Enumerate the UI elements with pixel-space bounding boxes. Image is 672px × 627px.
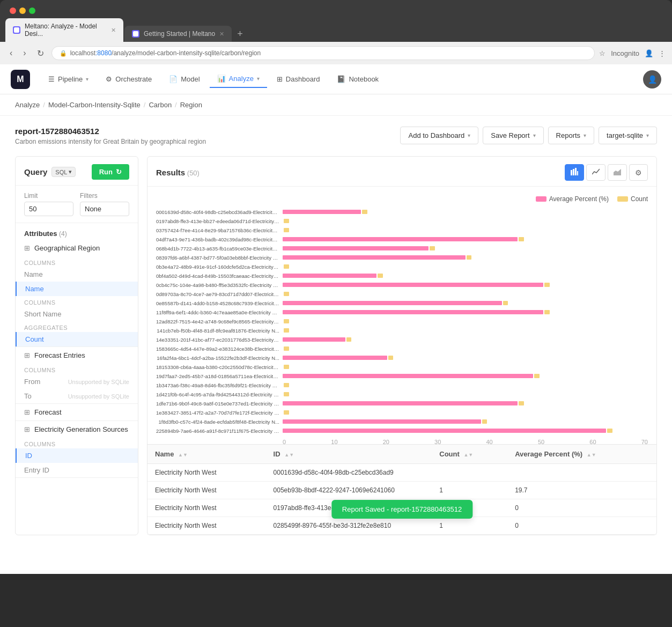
- yellow-bar: [284, 292, 289, 296]
- chart-body: 0001639d-d58c-40f4-98db-c25ebcd36ad9-Ele…: [156, 208, 648, 434]
- pink-bar: [283, 419, 481, 424]
- forward-button[interactable]: ›: [20, 47, 29, 59]
- address-bar[interactable]: 🔒 localhost:8080/analyze/model-carbon-in…: [51, 46, 595, 60]
- geo-region-columns-label: Columns: [16, 256, 138, 267]
- chart-row-label: 0001639d-d58c-40f4-98db-c25ebcd36ad9-Ele…: [156, 209, 279, 215]
- nav-item-pipeline[interactable]: ☰ Pipeline ▾: [41, 71, 96, 87]
- sort-icon-avg[interactable]: ▲▼: [587, 452, 596, 458]
- sort-icon-id[interactable]: ▲▼: [284, 452, 294, 458]
- forecast-header[interactable]: ⊞ Forecast: [16, 404, 138, 421]
- reports-button[interactable]: Reports ▾: [548, 127, 595, 144]
- forecast-entries-header[interactable]: ⊞ Forecast Entries: [16, 347, 138, 364]
- x-axis-label: 0: [283, 439, 286, 444]
- browser-chrome: Meltano: Analyze - Model Desi... ✕ Getti…: [0, 0, 672, 42]
- close-tab-1[interactable]: ✕: [111, 27, 116, 34]
- limit-input[interactable]: [24, 202, 73, 216]
- grid-icon-3: ⊞: [24, 408, 30, 416]
- attr-entry-id[interactable]: Entry ID: [16, 463, 138, 477]
- nav-item-model[interactable]: 📄 Model: [161, 71, 207, 87]
- chart-row: 12ad822f-7515-4e42-a748-9c68ef9c8565-Ele…: [156, 318, 648, 325]
- attr-from[interactable]: From Unsupported by SQLite: [16, 374, 138, 389]
- save-report-label: Save Report: [491, 131, 529, 139]
- attr-short-name[interactable]: Short Name: [16, 307, 138, 321]
- back-button[interactable]: ‹: [6, 47, 16, 59]
- attr-count-active[interactable]: Count: [16, 332, 138, 346]
- attr-name[interactable]: Name: [16, 267, 138, 282]
- profile-icon[interactable]: 👤: [645, 49, 653, 57]
- chart-row-bars: [283, 392, 648, 396]
- chart-row: 225894b9-7ae6-4646-a91f-8c971f11f675-Ele…: [156, 427, 648, 434]
- yellow-bar: [346, 337, 352, 342]
- sort-icon-name[interactable]: ▲▼: [178, 452, 188, 458]
- star-icon[interactable]: ☆: [599, 49, 605, 57]
- new-tab-button[interactable]: +: [233, 26, 247, 42]
- col-count[interactable]: Count ▲▼: [432, 445, 507, 464]
- close-tab-2[interactable]: ✕: [219, 31, 224, 38]
- notebook-icon: 📓: [337, 75, 345, 83]
- browser-toolbar: ‹ › ↻ 🔒 localhost:8080/analyze/model-car…: [0, 42, 672, 64]
- target-button[interactable]: target-sqlite ▾: [599, 127, 657, 144]
- cell-id: 0001639d-d58c-40f4-98db-c25ebcd36ad9: [266, 464, 432, 482]
- yellow-bar: [284, 328, 289, 333]
- filters-label: Filters: [80, 192, 129, 200]
- col-id[interactable]: ID ▲▼: [266, 445, 432, 464]
- chart-row-bars: [283, 246, 648, 250]
- area-chart-button[interactable]: [608, 164, 627, 181]
- sort-icon-count[interactable]: ▲▼: [463, 452, 473, 458]
- geo-region-header[interactable]: ⊞ Geographical Region: [16, 240, 138, 256]
- browser-tab-2[interactable]: Getting Started | Meltano ✕: [124, 26, 232, 42]
- chart-row-label: 1dfe71b6-9b0f-49c8-9a8f-015e0e737ed1-Ele…: [156, 401, 279, 407]
- limit-field: Limit: [24, 192, 73, 216]
- attr-name-active[interactable]: Name: [16, 282, 138, 296]
- attribute-group-forecast-entries: ⊞ Forecast Entries Columns From Unsuppor…: [16, 347, 138, 404]
- user-avatar[interactable]: 👤: [643, 70, 661, 88]
- line-chart-button[interactable]: [586, 164, 605, 181]
- chart-row-bars: [283, 219, 648, 223]
- browser-tab-1[interactable]: Meltano: Analyze - Model Desi... ✕: [5, 18, 123, 42]
- nav-item-dashboard[interactable]: ⊞ Dashboard: [269, 71, 328, 87]
- attr-to[interactable]: To Unsupported by SQLite: [16, 389, 138, 403]
- nav-item-notebook[interactable]: 📓 Notebook: [329, 71, 386, 87]
- breadcrumb-model[interactable]: Model-Carbon-Intensity-Sqlite: [48, 101, 141, 109]
- elec-sources-header[interactable]: ⊞ Electricity Generation Sources: [16, 421, 138, 438]
- nav-item-analyze[interactable]: 📊 Analyze ▾: [210, 70, 267, 88]
- chart-row-label: 1f8d3fb0-c57c-4f24-8ade-ecfdab5f8f48-Ele…: [156, 419, 279, 425]
- sql-badge[interactable]: SQL ▾: [51, 167, 76, 177]
- target-chevron-icon: ▾: [646, 132, 649, 138]
- table-body: Electricity North West0001639d-d58c-40f4…: [147, 464, 656, 535]
- chart-row: 03757424-f7ee-41c4-8e29-9ba71576b36c-Ele…: [156, 226, 648, 234]
- run-button[interactable]: Run ↻: [92, 164, 129, 180]
- chart-row-label: 1583665c-4d54-447e-89a2-e383124ce38b-Ele…: [156, 346, 279, 352]
- col-name[interactable]: Name ▲▼: [147, 445, 266, 464]
- toast-message: Report Saved - report-1572880463512: [331, 500, 472, 519]
- col-avg-percent[interactable]: Average Percent (%) ▲▼: [507, 445, 656, 464]
- yellow-bar: [378, 274, 383, 278]
- run-label: Run: [99, 168, 113, 176]
- minimize-button[interactable]: [19, 8, 26, 14]
- pink-bar: [283, 401, 518, 405]
- bar-chart-button[interactable]: [565, 164, 584, 181]
- save-report-chevron-icon: ▾: [533, 132, 536, 138]
- breadcrumb-carbon[interactable]: Carbon: [149, 101, 172, 109]
- attr-id-active[interactable]: ID: [16, 448, 138, 463]
- geo-region-columns-label2: Columns: [16, 296, 138, 307]
- maximize-button[interactable]: [29, 8, 35, 14]
- x-axis-label: 60: [589, 439, 596, 444]
- save-report-button[interactable]: Save Report ▾: [483, 127, 543, 144]
- nav-items: ☰ Pipeline ▾ ⚙ Orchestrate 📄 Model 📊 Ana…: [41, 70, 643, 88]
- filters-select[interactable]: None: [80, 202, 129, 216]
- x-axis-label: 50: [538, 439, 544, 444]
- settings-chart-button[interactable]: ⚙: [629, 164, 648, 181]
- breadcrumb-analyze[interactable]: Analyze: [15, 101, 40, 109]
- menu-icon[interactable]: ⋮: [659, 49, 666, 57]
- chart-row-label: 0bf4a502-d49d-4cad-849b-15503fcaeaac-Ele…: [156, 273, 279, 279]
- nav-item-orchestrate[interactable]: ⚙ Orchestrate: [98, 71, 159, 87]
- chart-row-label: 03757424-f7ee-41c4-8e29-9ba71576b36c-Ele…: [156, 227, 279, 233]
- reload-button[interactable]: ↻: [34, 47, 47, 60]
- close-button[interactable]: [10, 8, 16, 14]
- chart-row-label: 18153308-cb6a-4aaa-b380-c20c2550d78c-Ele…: [156, 364, 279, 370]
- chart-row-bars: [283, 283, 648, 287]
- geo-region-agg-label: Aggregates: [16, 321, 138, 332]
- attributes-header: Attributes (4): [16, 223, 138, 240]
- add-to-dashboard-button[interactable]: Add to Dashboard ▾: [400, 127, 478, 144]
